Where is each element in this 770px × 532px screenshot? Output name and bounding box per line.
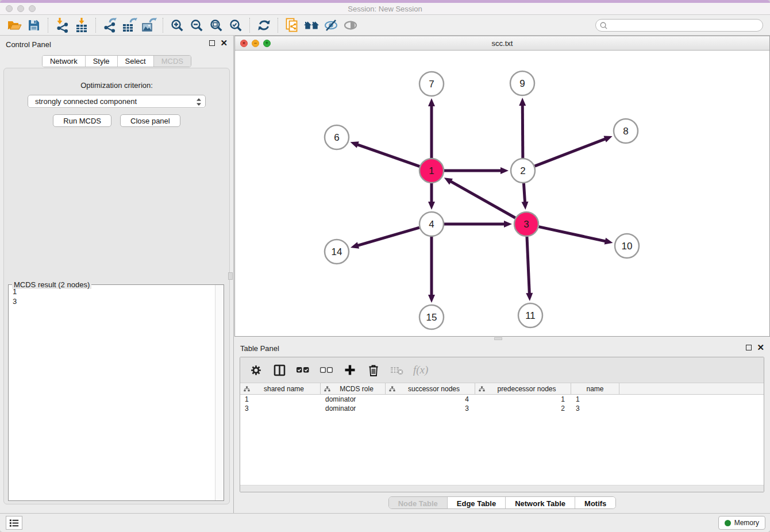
table-cell[interactable] [619, 395, 764, 404]
network-window-titlebar[interactable]: × − + scc.txt [235, 36, 769, 51]
tab-network-table[interactable]: Network Table [506, 497, 575, 509]
export-table-icon[interactable] [120, 17, 139, 34]
splitter-grip[interactable] [228, 272, 233, 280]
graph-edge[interactable] [535, 136, 613, 166]
column-header-predecessor-nodes[interactable]: predecessor nodes [475, 383, 571, 394]
import-network-icon[interactable] [52, 17, 72, 34]
select-all-columns-icon[interactable] [295, 363, 310, 377]
close-panel-icon[interactable]: ✕ [220, 40, 228, 46]
memory-label: Memory [734, 519, 759, 527]
table-cell[interactable]: 1 [240, 395, 321, 404]
graph-edge[interactable] [522, 183, 529, 210]
column-header-name[interactable]: name [571, 383, 619, 394]
graph-edge[interactable] [428, 183, 435, 210]
unselect-all-columns-icon[interactable] [319, 363, 334, 377]
delete-column-icon[interactable] [366, 363, 381, 377]
graph-node[interactable]: 3 [514, 212, 538, 236]
graph-node[interactable]: 7 [419, 72, 444, 96]
memory-button[interactable]: Memory [718, 516, 765, 530]
show-panels-list-button[interactable] [6, 516, 22, 530]
zoom-out-icon[interactable] [187, 17, 206, 34]
table-cell[interactable]: dominator [321, 395, 386, 404]
new-network-icon[interactable] [282, 17, 302, 34]
close-panel-icon[interactable]: ✕ [757, 344, 764, 350]
run-mcds-button[interactable]: Run MCDS [53, 114, 111, 127]
tab-mcds[interactable]: MCDS [154, 56, 191, 67]
tree-icon [389, 386, 395, 392]
graph-node[interactable]: 9 [510, 71, 534, 95]
column-header-shared-name[interactable]: shared name [240, 383, 321, 394]
export-network-icon[interactable] [100, 17, 120, 34]
table-cell[interactable]: 2 [475, 404, 571, 413]
graph-node[interactable]: 10 [615, 234, 639, 258]
create-column-icon[interactable] [342, 363, 357, 377]
import-table-icon[interactable] [72, 17, 91, 34]
zoom-fit-icon[interactable] [206, 17, 226, 34]
column-header-mcds-role[interactable]: MCDS role [321, 383, 386, 394]
column-header-successor-nodes[interactable]: successor nodes [386, 383, 475, 394]
delete-table-icon[interactable] [390, 363, 405, 377]
graph-edge[interactable] [519, 98, 526, 158]
graph-edge[interactable] [444, 221, 512, 228]
table-cell[interactable]: 3 [240, 404, 321, 413]
table-cell[interactable]: dominator [321, 404, 386, 413]
graph-edge[interactable] [444, 178, 515, 218]
table-cell[interactable] [619, 404, 764, 413]
tab-network[interactable]: Network [43, 56, 86, 67]
float-panel-icon[interactable] [746, 345, 752, 350]
optimization-criterion-select[interactable]: strongly connected component [28, 95, 206, 108]
graph-edge[interactable] [351, 141, 420, 166]
network-view-title: scc.txt [235, 39, 769, 48]
graph-node[interactable]: 4 [419, 212, 444, 236]
apply-layout-icon[interactable] [302, 17, 321, 34]
graph-node-label: 10 [622, 241, 633, 252]
zoom-in-icon[interactable] [167, 17, 187, 34]
table-cell[interactable]: 1 [475, 395, 571, 404]
graph-node[interactable]: 1 [419, 159, 444, 183]
graph-edge[interactable] [351, 228, 419, 249]
graph-edge[interactable] [444, 167, 509, 174]
graph-node[interactable]: 8 [614, 119, 638, 143]
tab-edge-table[interactable]: Edge Table [448, 497, 506, 509]
network-graph: 7968124314101511 [235, 51, 769, 336]
tab-motifs[interactable]: Motifs [575, 497, 615, 509]
save-session-icon[interactable] [24, 17, 44, 34]
table-panel: Table Panel ✕ [234, 341, 770, 513]
graph-node[interactable]: 2 [511, 159, 535, 183]
graph-node[interactable]: 6 [325, 125, 349, 149]
graph-edge[interactable] [428, 237, 435, 303]
float-panel-icon[interactable] [209, 40, 215, 46]
result-scrollbar[interactable] [215, 285, 224, 500]
table-row[interactable]: 1dominator411 [240, 395, 764, 404]
graph-node[interactable]: 15 [419, 305, 444, 329]
open-session-icon[interactable] [5, 17, 24, 34]
table-cell[interactable]: 3 [386, 404, 475, 413]
show-column-icon[interactable] [272, 363, 287, 377]
function-builder-icon[interactable]: f(x) [413, 363, 428, 377]
horizontal-divider[interactable] [234, 337, 770, 341]
table-header-row: shared name MCDS role successor nodes pr… [240, 383, 764, 395]
tab-node-table[interactable]: Node Table [389, 497, 448, 509]
graph-edge[interactable] [538, 227, 613, 245]
table-options-icon[interactable] [248, 363, 263, 377]
zoom-selected-icon[interactable] [226, 17, 245, 34]
refresh-network-icon[interactable] [254, 17, 274, 34]
table-cell[interactable]: 1 [571, 395, 619, 404]
graph-edge[interactable] [526, 237, 533, 301]
graph-node[interactable]: 14 [325, 240, 349, 264]
table-row[interactable]: 3dominator323 [240, 404, 764, 413]
graph-node[interactable]: 11 [518, 303, 542, 327]
mcds-result-text[interactable]: 1 3 [13, 287, 17, 306]
graph-edge[interactable] [428, 98, 435, 158]
table-cell[interactable]: 4 [386, 395, 475, 404]
network-canvas[interactable]: 7968124314101511 [235, 51, 769, 336]
tab-select[interactable]: Select [118, 56, 154, 67]
table-cell[interactable]: 3 [571, 404, 619, 413]
search-input[interactable] [595, 19, 763, 32]
show-graphics-icon[interactable] [341, 17, 360, 34]
close-panel-button[interactable]: Close panel [120, 114, 180, 127]
hide-graphics-icon[interactable] [321, 17, 341, 34]
export-image-icon[interactable] [139, 17, 159, 34]
tab-style[interactable]: Style [86, 56, 118, 67]
splitter-grip[interactable] [494, 337, 502, 340]
